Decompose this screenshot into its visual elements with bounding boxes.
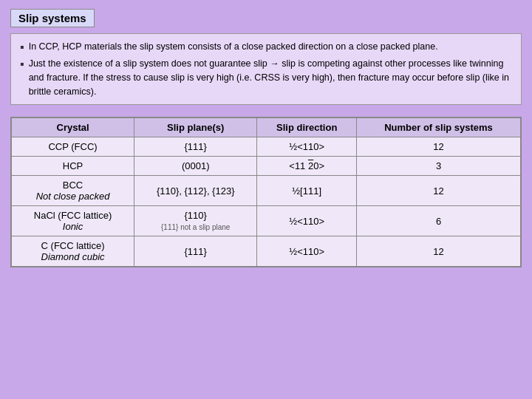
slip-planes-cell-diamond: {111} (134, 236, 257, 267)
table-row: C (FCC lattice) Diamond cubic {111} ½<11… (12, 236, 521, 267)
crystal-cell-diamond: C (FCC lattice) Diamond cubic (12, 236, 134, 267)
col-header-slip-direction: Slip direction (257, 118, 357, 137)
slip-dir-cell-hcp: <11 20> (257, 157, 357, 176)
table-row: HCP (0001) <11 20> 3 (12, 157, 521, 176)
crystal-sub-nacl: Ionic (63, 221, 83, 232)
bullets-section: ▪ In CCP, HCP materials the slip system … (10, 33, 522, 105)
col-header-crystal: Crystal (12, 118, 134, 137)
crystal-name-ccp: CCP (FCC) (48, 141, 97, 152)
slip-dir-cell-diamond: ½<110> (257, 236, 357, 267)
overline-2: 2 (308, 160, 313, 171)
col-header-slip-planes: Slip plane(s) (134, 118, 257, 137)
bullet-text-2: Just the existence of a slip system does… (29, 57, 512, 98)
slip-planes-nacl-note: {111} not a slip plane (161, 223, 230, 231)
slip-planes-nacl-main: {110} (185, 210, 207, 221)
bullet-marker-2: ▪ (20, 57, 24, 98)
crystal-cell-hcp: HCP (12, 157, 134, 176)
slip-systems-table-wrapper: Crystal Slip plane(s) Slip direction Num… (10, 117, 522, 267)
bullet-1: ▪ In CCP, HCP materials the slip system … (20, 40, 512, 54)
num-sys-cell-nacl: 6 (357, 206, 521, 236)
table-row: CCP (FCC) {111} ½<110> 12 (12, 137, 521, 157)
slip-planes-cell-nacl: {110} {111} not a slip plane (134, 206, 257, 236)
num-sys-cell-diamond: 12 (357, 236, 521, 267)
table-row: NaCl (FCC lattice) Ionic {110} {111} not… (12, 206, 521, 236)
crystal-cell-ccp: CCP (FCC) (12, 137, 134, 157)
page-title: Slip systems (10, 9, 95, 27)
crystal-cell-bcc: BCC Not close packed (12, 176, 134, 206)
num-sys-cell-ccp: 12 (357, 137, 521, 157)
crystal-name-diamond: C (FCC lattice) (41, 240, 105, 251)
table-row: BCC Not close packed {110}, {112}, {123}… (12, 176, 521, 206)
slip-dir-cell-bcc: ½[111] (257, 176, 357, 206)
num-sys-cell-hcp: 3 (357, 157, 521, 176)
slip-systems-table: Crystal Slip plane(s) Slip direction Num… (11, 117, 521, 267)
bullet-2: ▪ Just the existence of a slip system do… (20, 57, 512, 98)
col-header-num-systems: Number of slip systems (357, 118, 521, 137)
slip-planes-cell-ccp: {111} (134, 137, 257, 157)
bullet-marker-1: ▪ (20, 40, 24, 54)
crystal-name-hcp: HCP (63, 160, 83, 171)
crystal-name-nacl: NaCl (FCC lattice) (34, 210, 112, 221)
crystal-sub-bcc: Not close packed (36, 191, 110, 202)
slip-dir-cell-nacl: ½<110> (257, 206, 357, 236)
bullet-text-1: In CCP, HCP materials the slip system co… (29, 40, 438, 54)
num-sys-cell-bcc: 12 (357, 176, 521, 206)
table-header-row: Crystal Slip plane(s) Slip direction Num… (12, 118, 521, 137)
crystal-cell-nacl: NaCl (FCC lattice) Ionic (12, 206, 134, 236)
slip-planes-cell-hcp: (0001) (134, 157, 257, 176)
slip-planes-cell-bcc: {110}, {112}, {123} (134, 176, 257, 206)
main-container: Slip systems ▪ In CCP, HCP materials the… (0, 0, 532, 276)
slip-dir-cell-ccp: ½<110> (257, 137, 357, 157)
crystal-name-bcc: BCC (63, 180, 83, 191)
crystal-sub-diamond: Diamond cubic (41, 251, 105, 262)
